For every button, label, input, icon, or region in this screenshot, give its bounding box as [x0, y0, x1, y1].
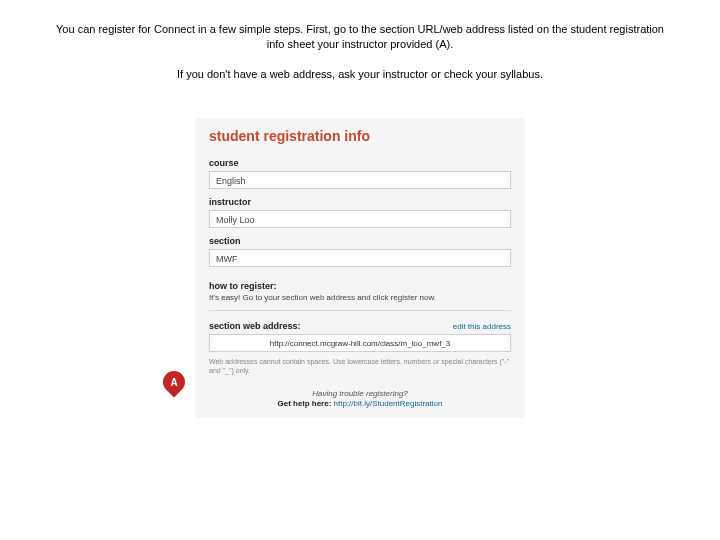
registration-sheet: student registration info course English…	[195, 118, 525, 418]
instructor-label: instructor	[209, 189, 511, 210]
howto-text: It's easy! Go to your section web addres…	[209, 293, 511, 311]
instructor-value: Molly Loo	[209, 210, 511, 228]
registration-sheet-container: A student registration info course Engli…	[195, 118, 525, 418]
instruction-sub: If you don't have a web address, ask you…	[0, 60, 720, 100]
section-address-value: http://connect.mcgraw-hill.com/class/m_l…	[209, 334, 511, 352]
instruction-main: You can register for Connect in a few si…	[0, 0, 720, 60]
section-label: section	[209, 228, 511, 249]
trouble-block: Having trouble registering? Get help her…	[209, 379, 511, 408]
section-address-note: Web addresses cannot contain spaces. Use…	[209, 352, 511, 379]
section-address-label: section web address:	[209, 321, 301, 331]
sheet-title: student registration info	[209, 128, 511, 150]
howto-label: how to register:	[209, 267, 511, 293]
callout-marker-label: A	[170, 376, 177, 387]
trouble-prefix: Get help here:	[278, 399, 334, 408]
edit-address-link[interactable]: edit this address	[453, 322, 511, 331]
course-label: course	[209, 150, 511, 171]
section-value: MWF	[209, 249, 511, 267]
trouble-heading: Having trouble registering?	[209, 389, 511, 399]
trouble-link[interactable]: http://bit.ly/StudentRegistration	[334, 399, 443, 408]
course-value: English	[209, 171, 511, 189]
callout-marker-a: A	[158, 366, 189, 397]
